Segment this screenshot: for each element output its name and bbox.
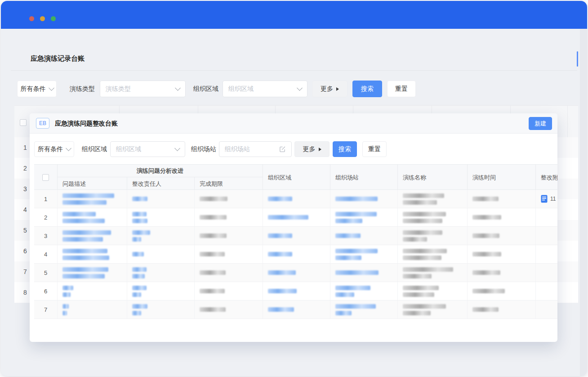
row-number: 7 <box>34 301 58 319</box>
redacted-link-cell[interactable] <box>330 190 398 208</box>
redacted-blob <box>200 289 225 293</box>
redacted-blob <box>62 292 71 297</box>
redacted-blob <box>472 270 500 275</box>
attachment-cell <box>536 301 557 319</box>
redacted-link-cell[interactable] <box>330 227 398 245</box>
search-button[interactable]: 搜索 <box>352 81 382 97</box>
modal-search-button[interactable]: 搜索 <box>333 141 357 157</box>
redacted-blob <box>132 219 147 223</box>
more-filters-button[interactable]: 更多 <box>312 81 347 97</box>
redacted-text-cell <box>468 264 536 282</box>
redacted-link-cell[interactable] <box>263 190 330 208</box>
redacted-link-cell[interactable] <box>127 245 195 263</box>
redacted-text-cell <box>398 264 468 282</box>
redacted-link-cell[interactable] <box>263 208 330 226</box>
modal-more-filters-button[interactable]: 更多 <box>294 141 330 157</box>
chevron-down-icon <box>175 85 181 91</box>
redacted-link-cell[interactable] <box>58 301 127 319</box>
redacted-blob <box>200 215 227 220</box>
redacted-link-cell[interactable] <box>330 245 398 263</box>
redacted-blob <box>403 237 427 242</box>
redacted-blob <box>200 307 226 312</box>
table-row: 7 <box>34 301 557 319</box>
redacted-link-cell[interactable] <box>263 245 330 263</box>
traffic-light-minimize-icon[interactable] <box>40 16 45 21</box>
divider <box>11 70 577 71</box>
traffic-light-close-icon[interactable] <box>29 16 34 21</box>
redacted-blob <box>335 249 378 253</box>
redacted-blob <box>132 304 147 309</box>
attachment-cell <box>536 208 557 226</box>
redacted-link-cell[interactable] <box>58 264 127 282</box>
redacted-link-cell[interactable] <box>127 264 195 282</box>
redacted-link-cell[interactable] <box>263 264 330 282</box>
redacted-link-cell[interactable] <box>330 264 398 282</box>
attachment-cell <box>536 282 557 300</box>
redacted-blob <box>200 270 226 275</box>
redacted-text-cell <box>195 264 263 282</box>
redacted-blob <box>268 197 292 201</box>
redacted-link-cell[interactable] <box>263 227 330 245</box>
attachment-item[interactable]: 11 <box>541 195 556 203</box>
header-drill-time: 演练时间 <box>468 165 536 190</box>
redacted-link-cell[interactable] <box>58 208 127 226</box>
chevron-down-icon <box>297 85 303 91</box>
redacted-link-cell[interactable] <box>127 282 195 300</box>
redacted-link-cell[interactable] <box>58 227 127 245</box>
all-conditions-dropdown[interactable]: 所有条件 <box>17 81 57 97</box>
redacted-link-cell[interactable] <box>330 301 398 319</box>
redacted-text-cell <box>468 227 536 245</box>
modal-reset-button[interactable]: 重置 <box>362 141 387 157</box>
station-picker-icon[interactable] <box>279 146 286 153</box>
reset-button[interactable]: 重置 <box>387 81 416 97</box>
redacted-link-cell[interactable] <box>127 190 195 208</box>
redacted-blob <box>335 219 362 223</box>
app-badge: EB <box>36 118 49 129</box>
redacted-text-cell <box>468 245 536 263</box>
caret-right-icon <box>319 148 321 151</box>
redacted-blob <box>472 197 499 201</box>
redacted-link-cell[interactable] <box>127 301 195 319</box>
region-placeholder: 组织区域 <box>116 145 141 153</box>
redacted-blob <box>132 237 141 242</box>
org-region-placeholder: 组织区域 <box>228 85 254 93</box>
modal-filter-bar: 所有条件 组织区域 组织区域 组织场站 组织场站 更多 搜索 重置 <box>30 134 557 164</box>
redacted-link-cell[interactable] <box>330 208 398 226</box>
select-all-checkbox[interactable] <box>42 174 49 181</box>
redacted-link-cell[interactable] <box>330 282 398 300</box>
redacted-text-cell <box>468 190 536 208</box>
header-checkbox-cell <box>34 165 58 190</box>
modal-region-select[interactable]: 组织区域 <box>110 141 185 157</box>
redacted-blob <box>132 230 150 235</box>
station-placeholder: 组织场站 <box>225 145 250 153</box>
redacted-link-cell[interactable] <box>263 282 330 300</box>
modal-table-header: 演练问题分析改进 问题描述 整改责任人 完成期限 组织区域 组织场站 演练名称 … <box>34 164 557 190</box>
create-new-button[interactable]: 新建 <box>529 117 552 130</box>
table-row: 3 <box>34 227 557 245</box>
modal-all-conditions-dropdown[interactable]: 所有条件 <box>34 141 74 157</box>
page-scrollbar-thumb[interactable] <box>577 51 578 67</box>
drill-type-placeholder: 演练类型 <box>106 85 131 93</box>
redacted-text-cell <box>195 227 263 245</box>
drill-type-select[interactable]: 演练类型 <box>100 81 186 97</box>
redacted-blob <box>403 219 442 223</box>
redacted-blob <box>132 286 147 290</box>
redacted-blob <box>403 267 453 272</box>
traffic-light-zoom-icon[interactable] <box>51 16 56 21</box>
redacted-text-cell <box>195 245 263 263</box>
redacted-link-cell[interactable] <box>58 190 127 208</box>
modal-station-input[interactable]: 组织场站 <box>219 141 292 157</box>
org-region-select[interactable]: 组织区域 <box>223 81 307 97</box>
redacted-blob <box>335 256 361 260</box>
redacted-link-cell[interactable] <box>263 301 330 319</box>
redacted-blob <box>403 193 444 198</box>
select-all-checkbox[interactable] <box>20 119 27 126</box>
redacted-link-cell[interactable] <box>127 227 195 245</box>
redacted-blob <box>268 307 294 312</box>
chevron-down-icon <box>49 85 54 91</box>
redacted-link-cell[interactable] <box>58 245 127 263</box>
redacted-link-cell[interactable] <box>127 208 195 226</box>
header-rectifier: 整改责任人 <box>127 177 195 190</box>
redacted-link-cell[interactable] <box>58 282 127 300</box>
redacted-blob <box>335 212 377 216</box>
